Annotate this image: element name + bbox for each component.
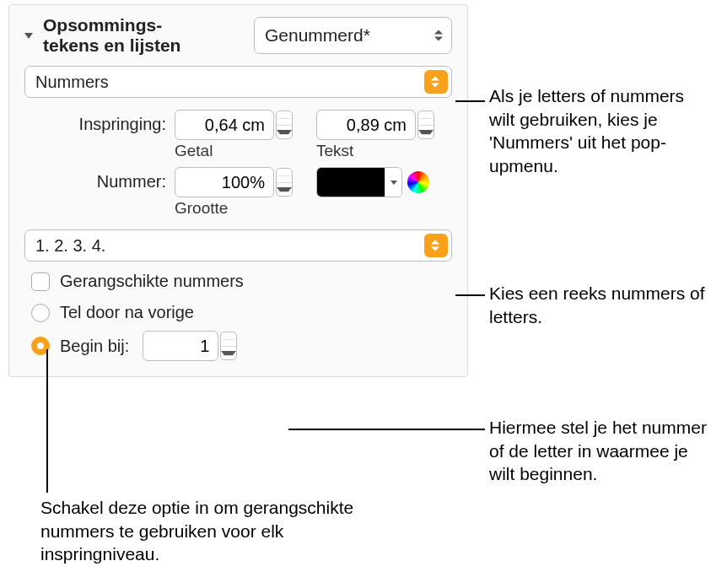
number-label: Nummer: [58, 167, 166, 192]
start-at-input[interactable] [143, 331, 218, 361]
number-indent-input[interactable] [175, 110, 274, 140]
text-indent-stepper[interactable] [417, 111, 434, 139]
list-style-select[interactable]: Genummerd* [254, 17, 452, 54]
number-row: Nummer: Grootte [24, 167, 452, 218]
number-size-stepper[interactable] [276, 168, 293, 197]
text-indent-input[interactable] [316, 110, 416, 140]
bullet-type-popup[interactable]: Nummers [24, 66, 452, 98]
disclosure-triangle-icon[interactable] [24, 33, 33, 39]
color-wheel-icon[interactable] [407, 171, 429, 193]
start-at-label: Begin bij: [60, 337, 129, 356]
section-header: Opsommings- tekens en lijsten Genummerd* [24, 15, 452, 56]
callout-type-popup: Als je letters of nummers wilt gebruiken… [489, 84, 708, 178]
number-size-caption: Grootte [175, 199, 293, 218]
callout-format-popup: Kies een reeks nummers of letters. [489, 282, 717, 328]
popup-arrow-icon [424, 70, 448, 94]
number-color-well[interactable] [316, 167, 402, 197]
continue-label: Tel door na vorige [60, 303, 194, 322]
indent-label: Inspringing: [41, 110, 166, 134]
callout-tiered-checkbox: Schakel deze optie in om gerangschikte n… [40, 496, 361, 566]
number-size-input[interactable] [175, 167, 274, 197]
number-format-value: 1. 2. 3. 4. [35, 236, 105, 256]
callout-start-at: Hiermee stel je het nummer of de letter … [489, 416, 708, 486]
text-indent-caption: Tekst [316, 142, 353, 160]
bullets-lists-panel: Opsommings- tekens en lijsten Genummerd*… [8, 4, 468, 377]
number-format-popup[interactable]: 1. 2. 3. 4. [24, 229, 452, 262]
popup-arrow-icon [424, 234, 448, 257]
number-indent-stepper[interactable] [276, 111, 293, 139]
callout-line [288, 429, 485, 430]
continue-radio[interactable] [31, 304, 50, 322]
tiered-numbers-label: Gerangschikte nummers [60, 272, 244, 291]
continue-row: Tel door na vorige [24, 303, 452, 322]
updown-chevron-icon [434, 30, 443, 41]
color-swatch [317, 168, 385, 197]
start-at-row: Begin bij: [24, 331, 452, 361]
tiered-numbers-row: Gerangschikte nummers [24, 272, 452, 291]
indent-row: Inspringing: Getal Tekst [24, 110, 452, 160]
color-dropdown-icon[interactable] [385, 168, 401, 197]
start-at-stepper[interactable] [220, 332, 237, 360]
number-indent-caption: Getal [175, 142, 213, 160]
section-title: Opsommings- tekens en lijsten [43, 15, 245, 56]
list-style-value: Genummerd* [265, 25, 370, 46]
bullet-type-value: Nummers [35, 73, 109, 92]
callout-line [455, 294, 485, 296]
callout-line [46, 349, 48, 493]
tiered-numbers-checkbox[interactable] [31, 272, 50, 291]
callout-line [455, 100, 485, 102]
